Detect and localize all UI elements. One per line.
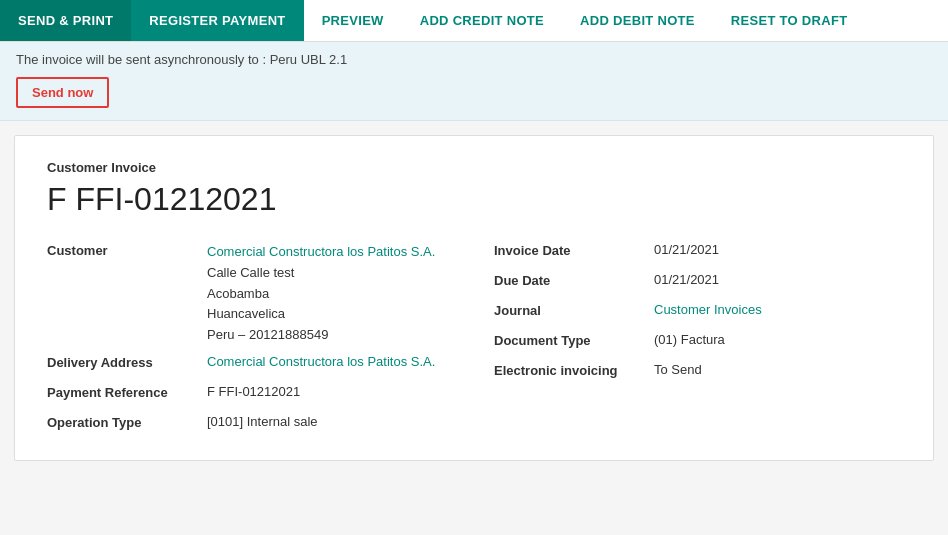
send-now-button[interactable]: Send now	[16, 77, 109, 108]
due-date-label: Due Date	[494, 272, 654, 288]
journal-label: Journal	[494, 302, 654, 318]
document-type-field-row: Document Type (01) Factura	[494, 332, 901, 354]
customer-address-line2: Acobamba	[207, 284, 454, 305]
left-field-section: Customer Comercial Constructora los Pati…	[47, 242, 454, 436]
payment-reference-field-row: Payment Reference F FFI-01212021	[47, 384, 454, 406]
invoice-type-label: Customer Invoice	[47, 160, 901, 175]
customer-address-line1: Calle Calle test	[207, 263, 454, 284]
document-type-value: (01) Factura	[654, 332, 901, 347]
preview-button[interactable]: PREVIEW	[304, 0, 402, 41]
add-debit-note-button[interactable]: ADD DEBIT NOTE	[562, 0, 713, 41]
due-date-field-row: Due Date 01/21/2021	[494, 272, 901, 294]
fields-grid: Customer Comercial Constructora los Pati…	[47, 242, 901, 436]
customer-value-block: Comercial Constructora los Patitos S.A. …	[207, 242, 454, 346]
delivery-address-value[interactable]: Comercial Constructora los Patitos S.A.	[207, 354, 454, 369]
invoice-date-label: Invoice Date	[494, 242, 654, 258]
electronic-invoicing-field-row: Electronic invoicing To Send	[494, 362, 901, 384]
electronic-invoicing-value: To Send	[654, 362, 901, 377]
register-payment-button[interactable]: REGISTER PAYMENT	[131, 0, 303, 41]
reset-to-draft-button[interactable]: RESET TO DRAFT	[713, 0, 866, 41]
right-field-section: Invoice Date 01/21/2021 Due Date 01/21/2…	[494, 242, 901, 436]
operation-type-label: Operation Type	[47, 414, 207, 430]
delivery-address-field-row: Delivery Address Comercial Constructora …	[47, 354, 454, 376]
payment-reference-value: F FFI-01212021	[207, 384, 454, 399]
journal-value[interactable]: Customer Invoices	[654, 302, 901, 317]
payment-reference-label: Payment Reference	[47, 384, 207, 400]
customer-field-row: Customer Comercial Constructora los Pati…	[47, 242, 454, 346]
journal-field-row: Journal Customer Invoices	[494, 302, 901, 324]
toolbar: SEND & PRINT REGISTER PAYMENT PREVIEW AD…	[0, 0, 948, 42]
customer-address-line4: Peru – 20121888549	[207, 325, 454, 346]
add-credit-note-button[interactable]: ADD CREDIT NOTE	[402, 0, 562, 41]
customer-label: Customer	[47, 242, 207, 258]
invoice-area: Customer Invoice F FFI-01212021 Customer…	[14, 135, 934, 461]
customer-address-line3: Huancavelica	[207, 304, 454, 325]
due-date-value: 01/21/2021	[654, 272, 901, 287]
delivery-address-label: Delivery Address	[47, 354, 207, 370]
operation-type-field-row: Operation Type [0101] Internal sale	[47, 414, 454, 436]
send-banner-message: The invoice will be sent asynchronously …	[16, 52, 932, 67]
electronic-invoicing-label: Electronic invoicing	[494, 362, 654, 378]
invoice-date-field-row: Invoice Date 01/21/2021	[494, 242, 901, 264]
send-print-button[interactable]: SEND & PRINT	[0, 0, 131, 41]
document-type-label: Document Type	[494, 332, 654, 348]
send-banner: The invoice will be sent asynchronously …	[0, 42, 948, 121]
customer-name-link[interactable]: Comercial Constructora los Patitos S.A.	[207, 242, 454, 263]
operation-type-value: [0101] Internal sale	[207, 414, 454, 429]
invoice-date-value: 01/21/2021	[654, 242, 901, 257]
invoice-number: F FFI-01212021	[47, 181, 901, 218]
